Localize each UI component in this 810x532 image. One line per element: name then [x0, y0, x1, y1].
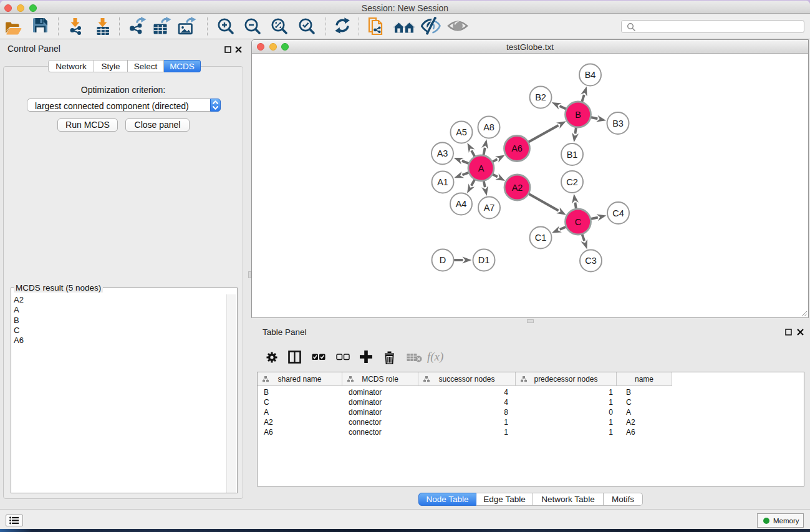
svg-text:C2: C2: [566, 177, 578, 187]
svg-text:A8: A8: [483, 122, 494, 132]
svg-text:A1: A1: [437, 177, 448, 187]
svg-text:B4: B4: [585, 70, 596, 80]
svg-text:A2: A2: [512, 183, 523, 193]
svg-text:C4: C4: [612, 208, 624, 218]
svg-text:A: A: [478, 163, 485, 173]
svg-text:A5: A5: [456, 127, 467, 137]
svg-text:A7: A7: [484, 203, 495, 213]
svg-text:D: D: [440, 255, 446, 265]
svg-text:A4: A4: [456, 199, 467, 209]
svg-text:A6: A6: [511, 143, 523, 153]
svg-text:D1: D1: [478, 255, 490, 265]
svg-text:C1: C1: [535, 233, 547, 243]
svg-text:B1: B1: [567, 150, 578, 160]
svg-text:B3: B3: [612, 118, 624, 128]
svg-text:A3: A3: [437, 148, 448, 158]
svg-text:B: B: [575, 110, 581, 120]
svg-text:C3: C3: [585, 256, 597, 266]
svg-text:C: C: [575, 217, 581, 227]
svg-text:B2: B2: [535, 92, 546, 102]
